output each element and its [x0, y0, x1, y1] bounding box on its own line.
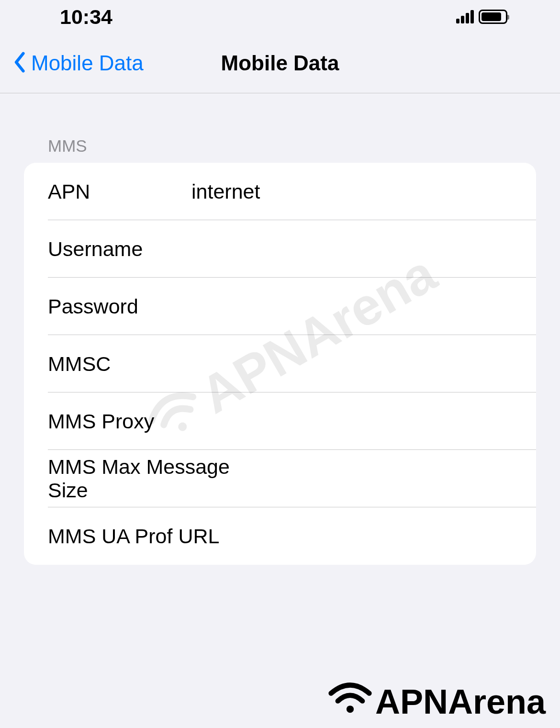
mmsc-input[interactable] [191, 352, 512, 376]
section-header-mms: MMS [24, 136, 536, 156]
wifi-icon [327, 680, 375, 723]
footer-logo: APNArena [318, 675, 560, 728]
settings-list: APN Username Password MMSC MMS Proxy MMS… [24, 163, 536, 565]
mmsc-label: MMSC [48, 352, 191, 376]
mms-proxy-label: MMS Proxy [48, 410, 154, 433]
password-input[interactable] [191, 295, 512, 318]
content-area: MMS APN Username Password MMSC MMS Proxy… [0, 93, 560, 565]
cellular-signal-icon [456, 10, 474, 23]
username-input[interactable] [191, 237, 512, 261]
mms-max-size-input[interactable] [256, 467, 512, 491]
mms-proxy-input[interactable] [168, 410, 512, 433]
chevron-left-icon [12, 52, 26, 75]
password-label: Password [48, 295, 191, 318]
footer-logo-text: APNArena [375, 682, 546, 721]
username-label: Username [48, 237, 191, 261]
mms-ua-prof-url-input[interactable] [234, 525, 512, 548]
mms-max-size-row[interactable]: MMS Max Message Size [24, 450, 536, 507]
mms-proxy-row[interactable]: MMS Proxy [24, 392, 536, 450]
apn-label: APN [48, 180, 191, 203]
mms-max-size-label: MMS Max Message Size [48, 455, 241, 502]
mms-ua-prof-url-label: MMS UA Prof URL [48, 525, 219, 548]
battery-icon [479, 10, 507, 24]
apn-row[interactable]: APN [24, 163, 536, 220]
apn-input[interactable] [191, 180, 512, 203]
page-title: Mobile Data [221, 51, 339, 75]
back-label: Mobile Data [31, 51, 144, 75]
username-row[interactable]: Username [24, 220, 536, 278]
svg-point-1 [347, 706, 354, 713]
back-button[interactable]: Mobile Data [12, 51, 144, 75]
status-indicators [456, 10, 507, 24]
mmsc-row[interactable]: MMSC [24, 335, 536, 392]
navigation-bar: Mobile Data Mobile Data [0, 34, 560, 93]
password-row[interactable]: Password [24, 278, 536, 335]
status-bar: 10:34 [0, 0, 560, 34]
mms-ua-prof-url-row[interactable]: MMS UA Prof URL [24, 507, 536, 565]
status-time: 10:34 [60, 5, 112, 29]
